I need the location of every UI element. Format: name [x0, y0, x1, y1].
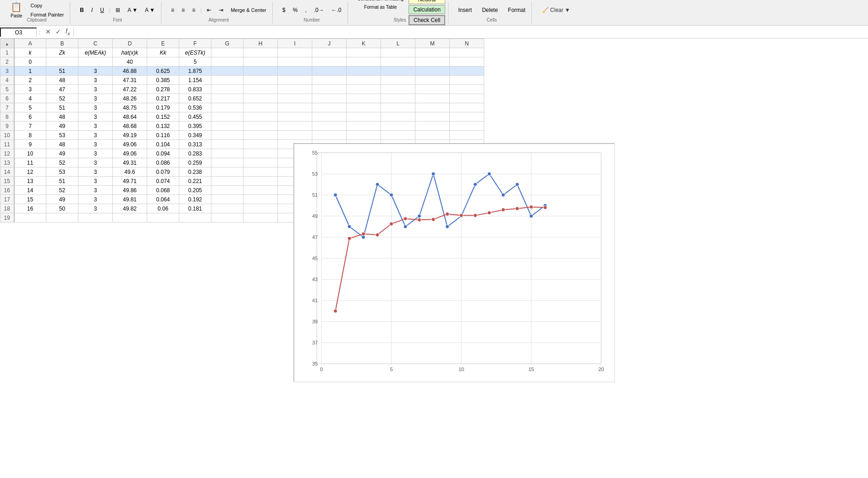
- cell-B-1[interactable]: Zk: [46, 48, 78, 57]
- cell-D-6[interactable]: 48.26: [113, 94, 147, 103]
- cell-A-5[interactable]: 3: [14, 85, 46, 94]
- cell-A-9[interactable]: 7: [14, 122, 46, 131]
- cell-G-5[interactable]: [211, 85, 243, 94]
- cell-M-7[interactable]: [415, 103, 450, 112]
- cell-N-9[interactable]: [450, 122, 484, 131]
- col-header-K[interactable]: K: [347, 39, 381, 48]
- col-header-I[interactable]: I: [278, 39, 312, 48]
- cell-B-9[interactable]: 49: [46, 122, 78, 131]
- row-header[interactable]: 17: [0, 195, 14, 204]
- cell-H-13[interactable]: [243, 158, 278, 167]
- cell-D-4[interactable]: 47.31: [113, 76, 147, 85]
- cell-F-10[interactable]: 0.349: [179, 131, 211, 140]
- cell-H-17[interactable]: [243, 195, 278, 204]
- cell-K-2[interactable]: [347, 57, 381, 67]
- col-header-E[interactable]: E: [147, 39, 179, 48]
- cell-C-13[interactable]: 3: [78, 158, 113, 167]
- cell-J-2[interactable]: [312, 57, 347, 67]
- cell-B-12[interactable]: 49: [46, 149, 78, 158]
- cell-J-4[interactable]: [312, 76, 347, 85]
- cell-L-4[interactable]: [381, 76, 415, 85]
- cell-H-9[interactable]: [243, 122, 278, 131]
- confirm-formula-button[interactable]: ✓: [54, 28, 62, 36]
- cell-reference-input[interactable]: [0, 28, 37, 37]
- cell-C-15[interactable]: 3: [78, 177, 113, 186]
- cell-E-16[interactable]: 0.068: [147, 186, 179, 195]
- cell-F-12[interactable]: 0.283: [179, 149, 211, 158]
- cell-D-13[interactable]: 49.31: [113, 158, 147, 167]
- cell-G-11[interactable]: [211, 140, 243, 149]
- dollar-button[interactable]: $: [279, 6, 289, 15]
- cell-C-19[interactable]: [78, 213, 113, 222]
- cell-H-3[interactable]: [243, 67, 278, 76]
- cell-A-18[interactable]: 16: [14, 204, 46, 213]
- cell-B-7[interactable]: 51: [46, 103, 78, 112]
- comma-button[interactable]: ,: [302, 6, 310, 15]
- cell-H-16[interactable]: [243, 186, 278, 195]
- cell-A-17[interactable]: 15: [14, 195, 46, 204]
- cell-F-15[interactable]: 0.221: [179, 177, 211, 186]
- cell-F-18[interactable]: 0.181: [179, 204, 211, 213]
- cell-E-13[interactable]: 0.086: [147, 158, 179, 167]
- cell-D-9[interactable]: 48.68: [113, 122, 147, 131]
- cell-B-16[interactable]: 52: [46, 186, 78, 195]
- cell-A-2[interactable]: 0: [14, 57, 46, 67]
- cell-J-7[interactable]: [312, 103, 347, 112]
- cell-D-10[interactable]: 49.19: [113, 131, 147, 140]
- cell-H-4[interactable]: [243, 76, 278, 85]
- cell-E-6[interactable]: 0.217: [147, 94, 179, 103]
- row-header[interactable]: 13: [0, 158, 14, 167]
- cell-C-16[interactable]: 3: [78, 186, 113, 195]
- cell-K-10[interactable]: [347, 131, 381, 140]
- format-as-table-button[interactable]: Format as Table: [354, 4, 407, 11]
- row-header[interactable]: 15: [0, 177, 14, 186]
- cell-B-8[interactable]: 48: [46, 112, 78, 122]
- cell-G-15[interactable]: [211, 177, 243, 186]
- cell-C-2[interactable]: [78, 57, 113, 67]
- cell-L-8[interactable]: [381, 112, 415, 122]
- cell-F-14[interactable]: 0.238: [179, 167, 211, 177]
- cell-B-13[interactable]: 52: [46, 158, 78, 167]
- cell-B-3[interactable]: 51: [46, 67, 78, 76]
- insert-function-button[interactable]: fx: [64, 27, 72, 37]
- cell-K-5[interactable]: [347, 85, 381, 94]
- cell-H-14[interactable]: [243, 167, 278, 177]
- cell-I-1[interactable]: [278, 48, 312, 57]
- cell-E-12[interactable]: 0.094: [147, 149, 179, 158]
- cell-C-18[interactable]: 3: [78, 204, 113, 213]
- cell-B-14[interactable]: 53: [46, 167, 78, 177]
- cell-N-10[interactable]: [450, 131, 484, 140]
- cell-B-19[interactable]: [46, 213, 78, 222]
- cell-M-6[interactable]: [415, 94, 450, 103]
- cell-H-2[interactable]: [243, 57, 278, 67]
- cell-G-9[interactable]: [211, 122, 243, 131]
- clear-button[interactable]: 🧹 Clear ▼: [538, 6, 574, 14]
- cell-G-6[interactable]: [211, 94, 243, 103]
- cell-J-3[interactable]: [312, 67, 347, 76]
- cell-K-3[interactable]: [347, 67, 381, 76]
- cell-B-17[interactable]: 49: [46, 195, 78, 204]
- cell-E-10[interactable]: 0.116: [147, 131, 179, 140]
- cell-D-12[interactable]: 49.06: [113, 149, 147, 158]
- cell-C-9[interactable]: 3: [78, 122, 113, 131]
- cell-G-2[interactable]: [211, 57, 243, 67]
- font-color-button[interactable]: A▼: [142, 6, 158, 15]
- col-header-L[interactable]: L: [381, 39, 415, 48]
- cell-H-19[interactable]: [243, 213, 278, 222]
- cell-I-2[interactable]: [278, 57, 312, 67]
- cell-A-1[interactable]: k: [14, 48, 46, 57]
- row-header[interactable]: 19: [0, 213, 14, 222]
- cell-A-16[interactable]: 14: [14, 186, 46, 195]
- cell-E-17[interactable]: 0.064: [147, 195, 179, 204]
- cell-L-7[interactable]: [381, 103, 415, 112]
- cell-H-12[interactable]: [243, 149, 278, 158]
- cell-L-1[interactable]: [381, 48, 415, 57]
- cell-D-18[interactable]: 49.82: [113, 204, 147, 213]
- indent-decrease-button[interactable]: ⇤: [204, 6, 215, 15]
- cancel-formula-button[interactable]: ✕: [44, 28, 52, 36]
- cell-K-6[interactable]: [347, 94, 381, 103]
- cell-I-4[interactable]: [278, 76, 312, 85]
- cell-A-6[interactable]: 4: [14, 94, 46, 103]
- paste-button[interactable]: 📋 Paste: [6, 0, 27, 20]
- cell-K-8[interactable]: [347, 112, 381, 122]
